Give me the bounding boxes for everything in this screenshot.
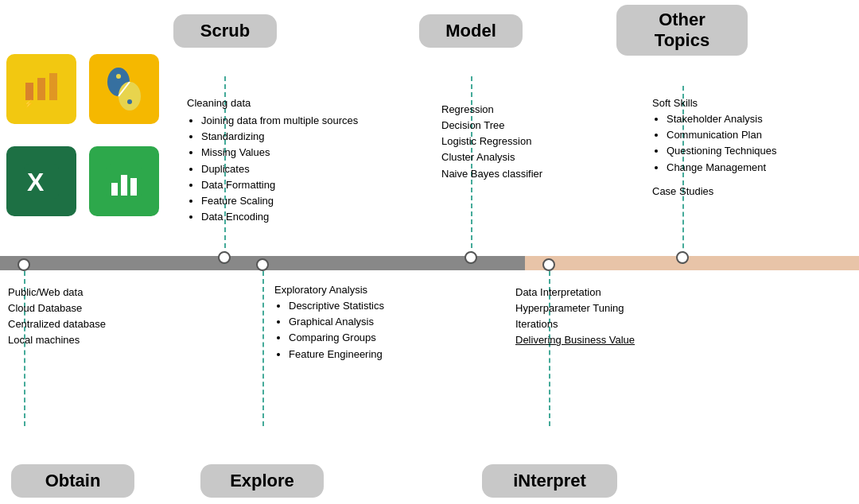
interpret-label-box: iNterpret bbox=[482, 464, 617, 498]
explore-content: Exploratory Analysis Descriptive Statist… bbox=[274, 282, 465, 362]
diagram: ⚡ X bbox=[0, 0, 859, 504]
python-icon bbox=[89, 54, 159, 124]
scrub-label: Scrub bbox=[200, 21, 250, 41]
model-item-3: Logistic Regression bbox=[441, 134, 632, 149]
interpret-dot-bottom bbox=[542, 258, 555, 271]
interpret-content: Data Interpretation Hyperparameter Tunin… bbox=[515, 285, 722, 349]
obtain-content: Public/Web data Cloud Database Centraliz… bbox=[8, 285, 167, 349]
powerbi-icon: ⚡ bbox=[6, 54, 76, 124]
other-topics-section1: Soft Skills bbox=[652, 95, 851, 111]
excel-icon: X bbox=[6, 146, 76, 216]
obtain-label-box: Obtain bbox=[11, 464, 134, 498]
other-topics-label-box: Other Topics bbox=[616, 5, 748, 56]
svg-rect-13 bbox=[121, 175, 127, 196]
model-label-box: Model bbox=[419, 14, 523, 48]
svg-point-7 bbox=[127, 99, 132, 104]
other-topics-section2: Case Studies bbox=[652, 184, 851, 200]
scrub-list: Joining data from multiple sources Stand… bbox=[187, 113, 410, 225]
explore-dot-bottom bbox=[256, 258, 269, 271]
scrub-item-7: Data Encoding bbox=[201, 209, 410, 225]
interpret-item-1: Data Interpretation bbox=[515, 285, 722, 300]
scrub-dot-top bbox=[218, 251, 231, 264]
obtain-dot-bottom bbox=[17, 258, 30, 271]
svg-rect-1 bbox=[37, 78, 45, 100]
scrub-item-1: Joining data from multiple sources bbox=[201, 113, 410, 129]
obtain-item-4: Local machines bbox=[8, 332, 167, 348]
interpret-label: iNterpret bbox=[513, 471, 586, 490]
ot-item-3: Questioning Techniques bbox=[667, 143, 851, 159]
scrub-title: Cleaning data bbox=[187, 95, 410, 111]
model-dot-top bbox=[464, 251, 477, 264]
obtain-item-3: Centralized database bbox=[8, 316, 167, 332]
explore-item-4: Feature Engineering bbox=[289, 347, 465, 362]
explore-item-3: Comparing Groups bbox=[289, 330, 465, 346]
svg-point-6 bbox=[116, 74, 121, 79]
obtain-item-2: Cloud Database bbox=[8, 300, 167, 316]
interpret-item-2: Hyperparameter Tuning bbox=[515, 300, 722, 316]
scrub-content: Cleaning data Joining data from multiple… bbox=[187, 95, 410, 225]
other-topics-dot-top bbox=[676, 251, 689, 264]
interpret-item-3: Iterations bbox=[515, 316, 722, 332]
ot-item-4: Change Management bbox=[667, 160, 851, 176]
scrub-item-5: Data Formatting bbox=[201, 177, 410, 193]
interpret-item-4: Delivering Business Value bbox=[515, 332, 722, 348]
explore-label-box: Explore bbox=[200, 464, 324, 498]
model-content: Regression Decision Tree Logistic Regres… bbox=[441, 102, 632, 182]
explore-item-1: Descriptive Statistics bbox=[289, 298, 465, 314]
scrub-item-4: Duplicates bbox=[201, 161, 410, 177]
tableau-icon bbox=[89, 146, 159, 216]
explore-title: Exploratory Analysis bbox=[274, 282, 465, 298]
svg-rect-2 bbox=[49, 73, 57, 100]
timeline-right bbox=[525, 256, 859, 270]
svg-point-5 bbox=[119, 82, 141, 110]
scrub-label-box: Scrub bbox=[173, 14, 277, 48]
scrub-item-6: Feature Scaling bbox=[201, 193, 410, 209]
model-item-1: Regression bbox=[441, 102, 632, 118]
scrub-item-3: Missing Values bbox=[201, 145, 410, 161]
timeline-bar bbox=[0, 256, 859, 270]
obtain-item-1: Public/Web data bbox=[8, 285, 167, 300]
scrub-item-2: Standardizing bbox=[201, 129, 410, 145]
explore-list: Descriptive Statistics Graphical Analysi… bbox=[274, 298, 465, 362]
svg-text:⚡: ⚡ bbox=[24, 99, 34, 109]
icons-area: ⚡ X bbox=[0, 48, 171, 238]
svg-rect-0 bbox=[25, 83, 33, 100]
obtain-label: Obtain bbox=[45, 471, 101, 490]
other-topics-label: Other Topics bbox=[655, 10, 709, 50]
svg-text:X: X bbox=[27, 168, 45, 196]
svg-rect-12 bbox=[111, 183, 118, 196]
model-item-2: Decision Tree bbox=[441, 118, 632, 134]
ot-item-2: Communication Plan bbox=[667, 127, 851, 143]
svg-rect-14 bbox=[130, 178, 137, 196]
model-label: Model bbox=[445, 21, 496, 41]
model-item-4: Cluster Analysis bbox=[441, 149, 632, 165]
ot-item-1: Stakeholder Analysis bbox=[667, 111, 851, 127]
explore-label: Explore bbox=[230, 471, 294, 490]
other-topics-content: Soft Skills Stakeholder Analysis Communi… bbox=[652, 95, 851, 200]
explore-item-2: Graphical Analysis bbox=[289, 314, 465, 330]
other-topics-list1: Stakeholder Analysis Communication Plan … bbox=[652, 111, 851, 176]
explore-dashed-line bbox=[262, 271, 264, 426]
model-item-5: Naive Bayes classifier bbox=[441, 166, 632, 182]
